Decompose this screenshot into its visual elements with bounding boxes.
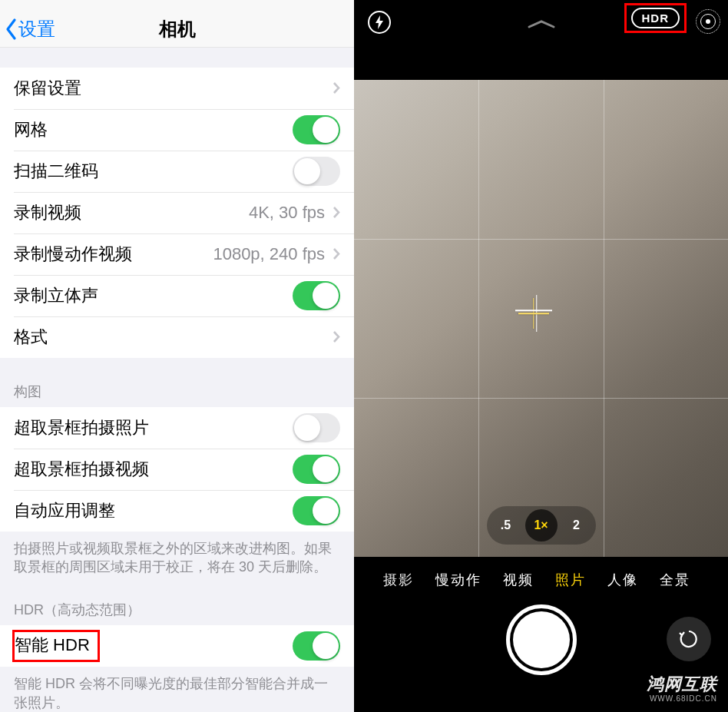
watermark-url: WWW.68IDC.CN [647, 694, 717, 703]
mode-item[interactable]: 摄影 [383, 571, 414, 589]
label: 自动应用调整 [14, 499, 293, 522]
expand-controls-button[interactable] [526, 18, 557, 32]
highlight-box: 智能 HDR [12, 630, 100, 662]
mode-video[interactable]: 视频 [503, 571, 534, 589]
row-formats[interactable]: 格式 [0, 316, 354, 358]
detail: 4K, 30 fps [249, 203, 325, 223]
label: 录制视频 [14, 201, 249, 224]
highlight-box-hdr: HDR [624, 3, 687, 33]
mode-selector[interactable]: 摄影 慢动作 视频 照片 人像 全景 [354, 557, 728, 589]
grid-line [354, 398, 728, 399]
flip-camera-button[interactable] [667, 617, 711, 661]
label: 超取景框拍摄视频 [14, 458, 293, 481]
row-auto-adjust: 自动应用调整 [0, 490, 354, 532]
group-main: 保留设置 网格 扫描二维码 录制视频 4K, 30 fps 录制慢动作视频 10… [0, 68, 354, 358]
group-hdr: 智能 HDR [0, 625, 354, 667]
back-button[interactable]: 设置 [0, 17, 55, 41]
overscan-video-switch[interactable] [293, 455, 340, 484]
row-scan-qr: 扫描二维码 [0, 151, 354, 192]
viewfinder[interactable]: .5 1× 2 [354, 80, 728, 557]
flip-camera-icon [677, 628, 700, 651]
zoom-tele-button[interactable]: 2 [561, 509, 593, 541]
row-stereo: 录制立体声 [0, 275, 354, 316]
label: 录制慢动作视频 [14, 243, 213, 266]
grid-switch[interactable] [293, 115, 340, 144]
label: 格式 [14, 326, 333, 349]
grid-line [478, 80, 479, 557]
label: 扫描二维码 [14, 160, 293, 183]
row-record-video[interactable]: 录制视频 4K, 30 fps [0, 192, 354, 233]
row-preserve-settings[interactable]: 保留设置 [0, 68, 354, 109]
chevron-right-icon [333, 330, 340, 343]
chevron-right-icon [333, 206, 340, 219]
section-footer-hdr: 智能 HDR 会将不同曝光度的最佳部分智能合并成一张照片。 [0, 667, 354, 712]
camera-app: HDR .5 1× 2 摄影 慢动作 视频 照片 人像 [354, 0, 728, 712]
label: 录制立体声 [14, 284, 293, 307]
section-header-composition: 构图 [0, 358, 354, 407]
flash-button[interactable] [368, 11, 391, 34]
focus-indicator [518, 298, 549, 329]
chevron-right-icon [333, 81, 340, 94]
label: 保留设置 [14, 77, 333, 100]
row-smart-hdr: 智能 HDR [0, 625, 354, 667]
mode-portrait[interactable]: 人像 [607, 571, 638, 589]
back-label: 设置 [18, 17, 55, 41]
zoom-selector: .5 1× 2 [487, 506, 596, 545]
settings-panel: 设置 相机 保留设置 网格 扫描二维码 录制视频 4K, 30 fps [0, 0, 354, 712]
grid-line [354, 239, 728, 240]
nav-bar: 设置 相机 [0, 0, 354, 48]
row-grid: 网格 [0, 109, 354, 151]
qr-switch[interactable] [293, 157, 340, 186]
row-overscan-video: 超取景框拍摄视频 [0, 449, 354, 490]
hdr-button[interactable]: HDR [631, 8, 680, 28]
zoom-1x-button[interactable]: 1× [525, 509, 558, 541]
label: 超取景框拍摄照片 [14, 416, 293, 439]
mode-slomo[interactable]: 慢动作 [435, 571, 481, 589]
row-record-slomo[interactable]: 录制慢动作视频 1080p, 240 fps [0, 233, 354, 275]
row-overscan-photo: 超取景框拍摄照片 [0, 407, 354, 449]
live-photo-button[interactable] [696, 9, 720, 34]
camera-bottom-bar: 摄影 慢动作 视频 照片 人像 全景 鸿网互联 WWW. [354, 557, 728, 712]
camera-top-bar: HDR [354, 0, 728, 80]
smart-hdr-switch[interactable] [293, 631, 340, 661]
overscan-photo-switch[interactable] [293, 413, 340, 442]
section-footer-composition: 拍摄照片或视频取景框之外的区域来改进构图。如果取景框的周围区域未用于校正，将在 … [0, 532, 354, 577]
flash-icon [375, 15, 384, 29]
mode-pano[interactable]: 全景 [660, 571, 690, 589]
section-header-hdr: HDR（高动态范围） [0, 576, 354, 625]
chevron-right-icon [333, 247, 340, 260]
auto-adjust-switch[interactable] [293, 496, 340, 525]
group-composition: 超取景框拍摄照片 超取景框拍摄视频 自动应用调整 [0, 407, 354, 532]
zoom-wide-button[interactable]: .5 [490, 509, 522, 541]
shutter-button[interactable] [506, 604, 577, 675]
label-smart-hdr: 智能 HDR [14, 630, 293, 662]
watermark-text: 鸿网互联 [647, 673, 717, 696]
stereo-switch[interactable] [293, 281, 340, 310]
chevron-up-icon [526, 18, 557, 29]
detail: 1080p, 240 fps [213, 244, 325, 264]
mode-photo[interactable]: 照片 [555, 571, 586, 589]
watermark: 鸿网互联 WWW.68IDC.CN [647, 673, 717, 703]
grid-line [604, 80, 604, 557]
label: 网格 [14, 118, 293, 141]
